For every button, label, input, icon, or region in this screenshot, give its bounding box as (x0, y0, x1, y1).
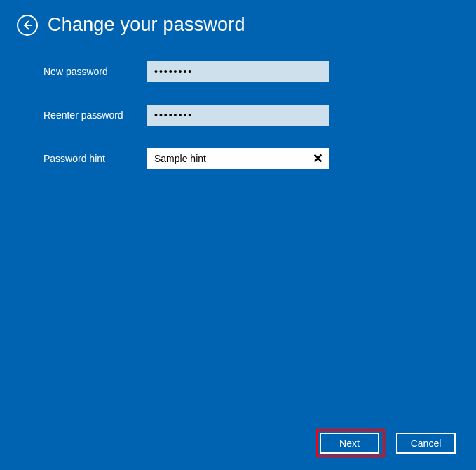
password-hint-field-wrap: ✕ (147, 148, 329, 169)
cancel-button[interactable]: Cancel (396, 433, 456, 454)
header: Change your password (0, 0, 476, 36)
next-button[interactable]: Next (320, 433, 379, 454)
new-password-field-wrap (147, 61, 329, 82)
reenter-password-row: Reenter password (43, 105, 476, 126)
reenter-password-field-wrap (147, 105, 329, 126)
new-password-label: New password (43, 66, 147, 77)
password-hint-row: Password hint ✕ (43, 148, 476, 169)
back-button[interactable] (17, 15, 38, 36)
arrow-left-icon (22, 20, 33, 31)
reenter-password-label: Reenter password (43, 109, 147, 121)
clear-hint-button[interactable]: ✕ (308, 148, 327, 169)
reenter-password-input[interactable] (147, 105, 329, 126)
new-password-input[interactable] (147, 61, 329, 82)
close-icon: ✕ (313, 151, 323, 166)
password-form: New password Reenter password Password h… (0, 61, 476, 169)
footer-buttons: Next Cancel (320, 433, 456, 454)
page-title: Change your password (48, 14, 245, 36)
password-hint-label: Password hint (43, 153, 147, 164)
password-hint-input[interactable] (147, 148, 329, 169)
new-password-row: New password (43, 61, 476, 82)
